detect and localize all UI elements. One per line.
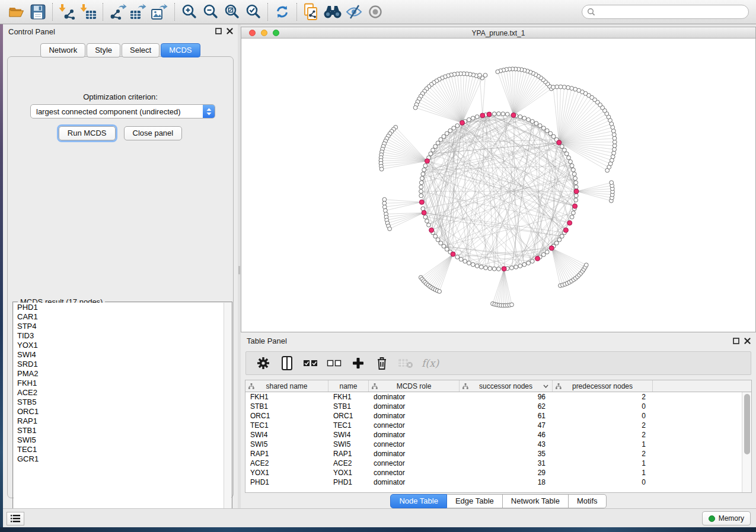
deselect-all-icon[interactable] [327, 355, 342, 371]
graph-node[interactable] [467, 261, 471, 265]
graph-edge[interactable] [559, 117, 609, 143]
mcds-result-item[interactable]: ORC1 [14, 407, 231, 416]
tab-mcds[interactable]: MCDS [161, 43, 200, 57]
cell-name[interactable]: YOX1 [328, 468, 369, 477]
graph-node[interactable] [497, 112, 501, 116]
close-table-panel-icon[interactable] [744, 338, 751, 344]
graph-edge[interactable] [503, 70, 513, 115]
graph-node[interactable] [567, 156, 571, 160]
graph-node[interactable] [459, 257, 463, 261]
graph-edge[interactable] [392, 132, 428, 161]
graph-edge[interactable] [513, 73, 533, 116]
graph-edge[interactable] [435, 116, 483, 236]
graph-node[interactable] [455, 255, 460, 259]
graph-node[interactable] [560, 234, 564, 238]
graph-node[interactable] [527, 118, 531, 122]
graph-edge[interactable] [559, 88, 572, 143]
graph-leaf-node[interactable] [584, 263, 588, 267]
export-network-icon[interactable] [107, 2, 128, 22]
graph-mcds-node[interactable] [487, 112, 492, 117]
column-header-successor-nodes[interactable]: successor nodes [460, 380, 553, 392]
close-panel-button[interactable]: Close panel [124, 126, 183, 140]
graph-node[interactable] [541, 126, 546, 130]
cell-MCDS-role[interactable]: dominator [369, 392, 460, 402]
graph-leaf-node[interactable] [611, 155, 615, 159]
graph-edge[interactable] [435, 254, 453, 290]
tab-node-table[interactable]: Node Table [390, 494, 447, 508]
graph-leaf-node[interactable] [510, 303, 514, 307]
graph-edge[interactable] [576, 185, 612, 191]
mcds-result-item[interactable]: STB1 [14, 426, 231, 435]
first-neighbors-icon[interactable] [322, 2, 343, 22]
graph-mcds-node[interactable] [557, 140, 562, 145]
table-row[interactable]: PHD1PHD1dominator180 [245, 477, 742, 487]
graph-node[interactable] [488, 267, 492, 271]
tab-motifs[interactable]: Motifs [569, 494, 607, 508]
table-row[interactable]: SWI5SWI5connector431 [245, 440, 742, 449]
close-panel-icon[interactable] [227, 28, 233, 34]
network-canvas[interactable] [241, 39, 755, 332]
graph-node[interactable] [564, 152, 569, 156]
graph-node[interactable] [572, 168, 576, 172]
graph-leaf-node[interactable] [612, 133, 616, 137]
tab-network[interactable]: Network [40, 43, 85, 57]
graph-node[interactable] [551, 134, 556, 139]
graph-edge[interactable] [425, 254, 453, 283]
graph-node[interactable] [421, 172, 425, 176]
graph-node[interactable] [467, 118, 471, 122]
graph-edge[interactable] [497, 72, 513, 115]
graph-node[interactable] [429, 152, 433, 156]
settings-gear-icon[interactable] [256, 355, 271, 371]
mcds-result-item[interactable]: SWI4 [14, 350, 231, 360]
graph-edge[interactable] [427, 254, 454, 284]
open-file-icon[interactable] [6, 2, 27, 22]
graph-edge[interactable] [428, 254, 453, 285]
mcds-result-item[interactable]: TID3 [14, 331, 231, 341]
graph-mcds-node[interactable] [549, 246, 554, 251]
table-row[interactable]: TEC1TEC1connector472 [245, 421, 742, 430]
cell-MCDS-role[interactable]: dominator [369, 402, 460, 411]
mcds-result-item[interactable]: RAP1 [14, 416, 231, 426]
graph-leaf-node[interactable] [382, 197, 387, 201]
graph-leaf-node[interactable] [570, 86, 574, 91]
preview-eye-icon[interactable] [365, 2, 386, 22]
graph-node[interactable] [452, 126, 456, 130]
graph-edge[interactable] [576, 191, 612, 198]
graph-node[interactable] [445, 132, 449, 136]
memory-button[interactable]: Memory [702, 511, 751, 525]
graph-node[interactable] [572, 211, 576, 215]
graph-node[interactable] [522, 116, 527, 120]
cell-MCDS-role[interactable]: dominator [369, 477, 460, 487]
graph-edge[interactable] [493, 269, 504, 304]
table-row[interactable]: ORC1ORC1dominator610 [245, 411, 742, 421]
graph-mcds-node[interactable] [480, 113, 485, 118]
graph-node[interactable] [574, 198, 578, 202]
add-column-icon[interactable] [350, 355, 366, 371]
cell-shared-name[interactable]: ORC1 [245, 411, 328, 421]
graph-leaf-node[interactable] [610, 181, 614, 185]
graph-node[interactable] [433, 234, 438, 238]
graph-edge[interactable] [559, 92, 582, 143]
graph-edge[interactable] [381, 161, 428, 166]
table-row[interactable]: ACE2ACE2connector311 [245, 459, 742, 468]
cell-successor-nodes[interactable]: 46 [460, 430, 553, 440]
graph-edge[interactable] [513, 75, 536, 115]
mcds-result-item[interactable]: PMA2 [14, 369, 231, 379]
cell-predecessor-nodes[interactable]: 1 [553, 459, 653, 468]
graph-mcds-node[interactable] [460, 120, 465, 125]
table-row[interactable]: SWI4SWI4dominator462 [245, 430, 742, 440]
export-image-icon[interactable] [149, 2, 171, 22]
mcds-result-item[interactable]: GCR1 [14, 454, 231, 464]
graph-edge[interactable] [432, 254, 453, 288]
cell-MCDS-role[interactable]: connector [369, 459, 460, 468]
graph-nodes[interactable] [379, 67, 617, 307]
tab-edge-table[interactable]: Edge Table [447, 494, 503, 508]
mcds-result-item[interactable]: YOX1 [14, 341, 231, 350]
refresh-icon[interactable] [272, 2, 293, 22]
cell-successor-nodes[interactable]: 47 [460, 421, 553, 430]
graph-node[interactable] [419, 190, 423, 194]
graph-node[interactable] [436, 141, 440, 145]
cell-name[interactable]: ACE2 [328, 459, 369, 468]
graph-node[interactable] [522, 262, 527, 267]
graph-edge[interactable] [551, 200, 576, 248]
